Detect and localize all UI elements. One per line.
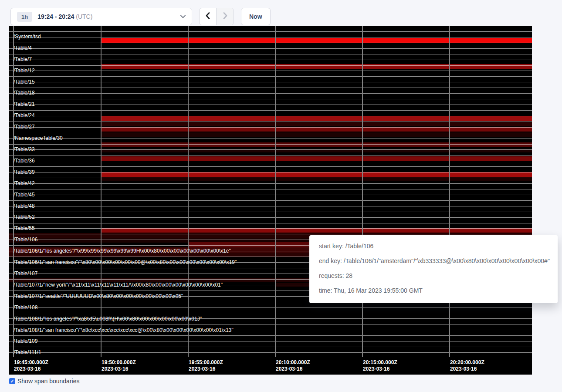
row-label: /Table/42: [14, 180, 35, 186]
tooltip-line: start key: /Table/106: [319, 239, 551, 253]
tick-date: 2023-03-16: [189, 366, 223, 372]
row-label: /Table/55: [14, 225, 35, 231]
show-span-boundaries-label: Show span boundaries: [17, 378, 79, 385]
now-button[interactable]: Now: [241, 8, 271, 25]
x-axis-tick: 19:45:00.000Z2023-03-16: [14, 359, 48, 372]
row-label: /System/tsd: [14, 34, 41, 40]
row-label: /Table/39: [14, 169, 35, 175]
row-label: /Table/106/1/"los angeles"/"\x99\x99\x99…: [14, 248, 231, 254]
tick-time: 20:15:00.000Z: [363, 359, 397, 366]
heatmap-plot[interactable]: /System/tsd/Table/4/Table/7/Table/12/Tab…: [9, 26, 532, 357]
row-label: /Table/45: [14, 192, 35, 198]
timezone-label: (UTC): [76, 13, 92, 20]
time-controls-bar: 1h 19:24 - 20:24(UTC) Now: [10, 8, 271, 25]
time-preset-chip: 1h: [17, 12, 32, 22]
chevron-left-icon: [206, 12, 210, 21]
tick-time: 19:50:00.000Z: [102, 359, 136, 366]
x-axis-tick: 19:55:00.000Z2023-03-16: [189, 359, 223, 372]
row-label: /Table/27: [14, 124, 35, 130]
row-label: /Table/107/1/"new york"/"\x11\x11\x11\x1…: [14, 282, 223, 288]
row-label: /Table/33: [14, 146, 35, 152]
tick-time: 20:20:00.000Z: [450, 359, 484, 366]
x-axis-tick: 20:20:00.000Z2023-03-16: [450, 359, 484, 372]
row-labels-layer: /System/tsd/Table/4/Table/7/Table/12/Tab…: [9, 26, 532, 357]
tooltip-line: end key: /Table/106/1/"amsterdam"/"\xb33…: [319, 253, 551, 268]
tooltip-line: requests: 28: [319, 268, 551, 283]
tick-date: 2023-03-16: [276, 366, 310, 372]
time-axis: 19:45:00.000Z2023-03-1619:50:00.000Z2023…: [9, 357, 532, 375]
row-label: /Table/106/1/"san francisco"/"\x80\x00\x…: [14, 259, 237, 265]
row-label: /Table/106: [14, 237, 37, 243]
footer-controls: ✓ Show span boundaries: [9, 378, 79, 385]
row-label: /Table/52: [14, 214, 35, 220]
row-label: /Table/21: [14, 101, 35, 107]
row-label: /Table/12: [14, 68, 35, 74]
time-range-selector[interactable]: 1h 19:24 - 20:24(UTC): [10, 8, 192, 25]
row-label: /Table/7: [14, 56, 32, 62]
key-visualizer: /System/tsd/Table/4/Table/7/Table/12/Tab…: [9, 26, 532, 375]
time-nav-group: [199, 8, 234, 25]
row-label: /Table/24: [14, 112, 35, 118]
tooltip-line: time: Thu, 16 Mar 2023 19:55:00 GMT: [319, 283, 551, 298]
row-label: /Table/18: [14, 90, 35, 96]
tick-time: 20:10:00.000Z: [276, 359, 310, 366]
row-label: /Table/36: [14, 158, 35, 164]
tick-date: 2023-03-16: [363, 366, 397, 372]
row-label: /Table/4: [14, 45, 32, 51]
tick-time: 19:55:00.000Z: [189, 359, 223, 366]
row-label: /Table/108: [14, 304, 37, 311]
span-tooltip: start key: /Table/106end key: /Table/106…: [309, 235, 558, 303]
chevron-right-icon: [223, 12, 227, 21]
chevron-down-icon: [180, 15, 186, 18]
tick-date: 2023-03-16: [102, 366, 136, 372]
time-range-text: 19:24 - 20:24(UTC): [37, 13, 92, 20]
row-label: /Table/109: [14, 338, 37, 344]
row-label: /Table/111/1: [14, 349, 41, 355]
row-label: /Table/107/1/"seattle"/"UUUUUUD\x00\x80\…: [14, 293, 183, 299]
row-label: /NamespaceTable/30: [14, 135, 63, 141]
row-label: /Table/107: [14, 270, 37, 277]
next-time-button[interactable]: [217, 8, 234, 25]
x-axis-tick: 19:50:00.000Z2023-03-16: [102, 359, 136, 372]
show-span-boundaries-checkbox[interactable]: ✓: [9, 378, 15, 384]
row-label: /Table/108/1/"los angeles"/"\xa8\xf5\u00…: [14, 316, 202, 322]
x-axis-tick: 20:10:00.000Z2023-03-16: [276, 359, 310, 372]
row-label: /Table/108/1/"san francisco"/"\x8c\xcc\x…: [14, 327, 234, 333]
tick-time: 19:45:00.000Z: [14, 359, 48, 366]
row-label: /Table/15: [14, 79, 35, 85]
previous-time-button[interactable]: [200, 8, 217, 25]
row-label: /Table/48: [14, 203, 35, 209]
x-axis-tick: 20:15:00.000Z2023-03-16: [363, 359, 397, 372]
tick-date: 2023-03-16: [450, 366, 484, 372]
tick-date: 2023-03-16: [14, 366, 48, 372]
